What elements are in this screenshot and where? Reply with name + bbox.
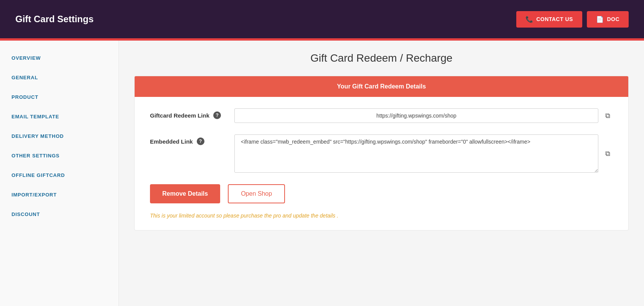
redeem-card: Your Gift Card Redeem Details Giftcard R… [134,76,629,231]
embedded-link-input-group: ⧉ [234,134,613,173]
embedded-link-row: Embedded Link ? ⧉ [150,134,613,173]
card-body: Giftcard Redeem Link ? ⧉ Embedded Link ? [135,97,628,230]
doc-icon: 📄 [596,16,604,23]
embedded-link-help-icon[interactable]: ? [197,137,204,145]
redeem-link-input-group: ⧉ [234,108,613,123]
sidebar-item-product[interactable]: PRODUCT [0,87,119,107]
embedded-link-textarea[interactable] [234,134,598,173]
embedded-link-label: Embedded Link [150,138,193,145]
main-content: Gift Card Redeem / Recharge Your Gift Ca… [119,41,644,306]
card-header: Your Gift Card Redeem Details [135,76,628,97]
page-title: Gift Card Redeem / Recharge [134,52,629,64]
embedded-link-label-group: Embedded Link ? [150,134,227,145]
sidebar-item-email-template[interactable]: EMAIL TEMPLATE [0,107,119,126]
redeem-link-row: Giftcard Redeem Link ? ⧉ [150,108,613,123]
open-shop-button[interactable]: Open Shop [228,184,285,203]
redeem-link-copy-icon[interactable]: ⧉ [602,110,613,121]
remove-details-button[interactable]: Remove Details [150,184,220,203]
notice-text: This is your limited account so please p… [150,213,613,219]
sidebar-item-overview[interactable]: OVERVIEW [0,48,119,68]
embedded-link-copy-icon[interactable]: ⧉ [602,148,613,159]
sidebar-item-delivery-method[interactable]: DELIVERY METHOD [0,126,119,146]
sidebar: OVERVIEW GENERAL PRODUCT EMAIL TEMPLATE … [0,41,119,306]
sidebar-item-offline-giftcard[interactable]: OFFLINE GIFTCARD [0,165,119,185]
sidebar-item-discount[interactable]: DISCOUNT [0,205,119,224]
layout: OVERVIEW GENERAL PRODUCT EMAIL TEMPLATE … [0,41,644,306]
header: Gift Card Settings 📞 CONTACT US 📄 DOC [0,0,644,38]
app-title: Gift Card Settings [15,14,94,25]
doc-button[interactable]: 📄 DOC [587,11,629,28]
phone-icon: 📞 [525,16,534,23]
action-buttons: Remove Details Open Shop [150,184,613,203]
header-buttons: 📞 CONTACT US 📄 DOC [516,11,629,28]
contact-us-button[interactable]: 📞 CONTACT US [516,11,582,28]
redeem-link-input[interactable] [234,108,598,123]
redeem-link-label: Giftcard Redeem Link [150,112,209,119]
redeem-link-help-icon[interactable]: ? [213,111,221,119]
sidebar-item-general[interactable]: GENERAL [0,68,119,87]
sidebar-item-other-settings[interactable]: OTHER SETTINGS [0,146,119,165]
redeem-link-label-group: Giftcard Redeem Link ? [150,108,227,119]
sidebar-item-import-export[interactable]: IMPORT/EXPORT [0,185,119,205]
